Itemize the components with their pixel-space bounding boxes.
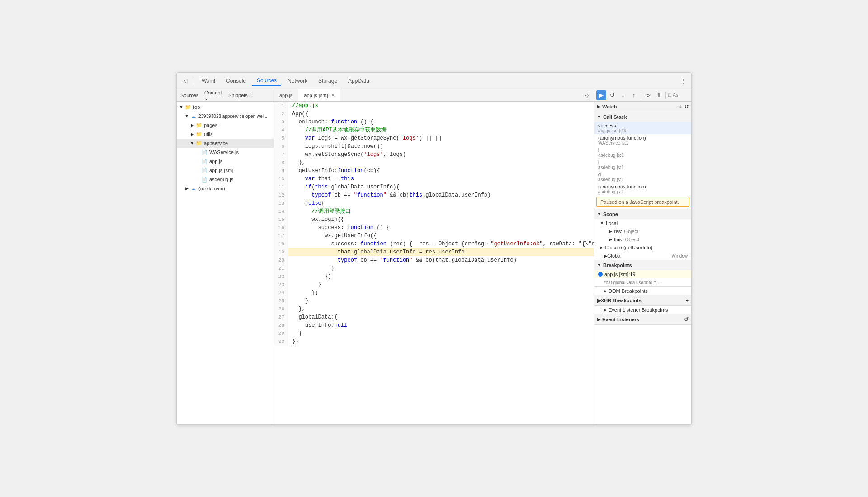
- breakpoint-item-0[interactable]: app.js [sm]:19: [594, 270, 691, 278]
- scope-label: Scope: [603, 211, 618, 217]
- tree-item-appservice[interactable]: ▼ 📁 appservice: [177, 139, 274, 148]
- xhr-breakpoints-header[interactable]: ▶ XHR Breakpoints +: [594, 295, 691, 305]
- pause-resume-btn[interactable]: ▶: [596, 90, 606, 100]
- scope-res[interactable]: ▶ res: Object: [594, 227, 691, 235]
- code-editor-area: app.js app.js [sm] ✕ {} 1//app.js2App({3…: [274, 89, 594, 424]
- async-label: ☐ As: [668, 93, 678, 98]
- tree-item-nodomain[interactable]: ▶ ☁ (no domain): [177, 184, 274, 193]
- code-line-23: 23 }: [274, 281, 594, 289]
- more-icon[interactable]: ⋮: [679, 76, 688, 85]
- watch-refresh-icon[interactable]: ↺: [684, 104, 689, 110]
- tree-item-WAService[interactable]: ▶ 📄 WAService.js: [177, 148, 274, 157]
- scope-this[interactable]: ▶ this: Object: [594, 235, 691, 244]
- tree-item-appjssm[interactable]: ▶ 📄 app.js [sm]: [177, 166, 274, 175]
- event-bp-arrow: ▶: [604, 308, 607, 312]
- call-stack-header[interactable]: ▼ Call Stack: [594, 112, 691, 122]
- line-number-1: 1: [274, 102, 288, 110]
- xhr-bp-add-icon[interactable]: +: [686, 298, 689, 303]
- line-number-12: 12: [274, 191, 288, 199]
- breakpoints-header[interactable]: ▼ Breakpoints: [594, 260, 691, 270]
- folder-icon-appservice: 📁: [196, 140, 202, 146]
- back-icon[interactable]: ◁: [180, 76, 189, 85]
- sidebar-more[interactable]: ⋮: [250, 92, 270, 98]
- arrow-pages: ▶: [189, 122, 195, 128]
- file-icon-asdebug: 📄: [201, 176, 208, 183]
- xhr-bp-arrow: ▶: [597, 298, 601, 304]
- code-line-15: 15 wx.login({: [274, 216, 594, 224]
- breakpoints-section: ▼ Breakpoints app.js [sm]:19 that.global…: [594, 260, 691, 287]
- scope-local[interactable]: ▼ Local: [594, 219, 691, 227]
- call-stack-item-5[interactable]: (anonymous function) asdebug.js:1: [594, 183, 691, 195]
- scope-global[interactable]: ▶ Global Window: [594, 252, 691, 260]
- editor-tab-appjssm[interactable]: app.js [sm] ✕: [298, 89, 340, 101]
- breakpoint-expr-0: that.globalData.userInfo = ...: [594, 278, 691, 286]
- tab-appdata[interactable]: AppData: [344, 76, 374, 86]
- tree-label-239393028: 239393028.appservice.open.wei...: [198, 114, 267, 119]
- event-listeners-section: ▶ Event Listeners ↺: [594, 314, 691, 325]
- tab-wxml[interactable]: Wxml: [197, 76, 220, 86]
- watch-label: Watch: [602, 104, 617, 109]
- step-over-btn[interactable]: ↺: [607, 90, 617, 100]
- line-content-30: }): [288, 338, 594, 346]
- event-bp-label: Event Listener Breakpoints: [609, 307, 668, 313]
- call-stack-item-0[interactable]: success app.js [sm]:19: [594, 122, 691, 134]
- breakpoint-check-0[interactable]: [598, 272, 603, 277]
- call-stack-item-4[interactable]: d asdebug.js:1: [594, 171, 691, 183]
- line-number-2: 2: [274, 110, 288, 118]
- tab-console[interactable]: Console: [222, 76, 250, 86]
- folder-icon-pages: 📁: [196, 122, 202, 128]
- scope-this-arrow: ▶: [609, 237, 612, 242]
- tab-sources[interactable]: Sources: [252, 75, 281, 86]
- tree-item-utils[interactable]: ▶ 📁 utils: [177, 130, 274, 139]
- line-content-15: wx.login({: [288, 216, 594, 224]
- line-content-26: },: [288, 305, 594, 313]
- scope-header[interactable]: ▼ Scope: [594, 209, 691, 219]
- scope-arrow: ▼: [597, 212, 601, 216]
- event-listeners-header[interactable]: ▶ Event Listeners ↺: [594, 314, 691, 324]
- line-number-13: 13: [274, 199, 288, 207]
- format-btn[interactable]: {}: [584, 92, 590, 99]
- line-content-11: if(this.globalData.userInfo){: [288, 183, 594, 191]
- watch-header[interactable]: ▶ Watch + ↺: [594, 102, 691, 112]
- line-content-14: //调用登录接口: [288, 207, 594, 216]
- tree-item-top[interactable]: ▼ 📁 top: [177, 103, 274, 112]
- event-listener-bp-header[interactable]: ▶ Event Listener Breakpoints: [594, 306, 691, 314]
- line-number-18: 18: [274, 240, 288, 248]
- call-stack-item-1[interactable]: (anonymous function) WAService.js:1: [594, 134, 691, 146]
- line-number-19: 19: [274, 248, 288, 256]
- line-content-28: userInfo:null: [288, 321, 594, 329]
- tree-item-pages[interactable]: ▶ 📁 pages: [177, 121, 274, 130]
- dom-breakpoints-header[interactable]: ▶ DOM Breakpoints: [594, 287, 691, 295]
- scope-closure[interactable]: ▶ Closure (getUserInfo): [594, 244, 691, 252]
- step-out-btn[interactable]: ↑: [629, 90, 639, 100]
- tab-storage[interactable]: Storage: [314, 76, 342, 86]
- event-listeners-refresh-icon[interactable]: ↺: [684, 316, 689, 323]
- pause-on-exceptions-btn[interactable]: ⏸: [654, 90, 664, 100]
- main-content: Sources Content ... Snippets ⋮ ▼ 📁 top ▼…: [177, 89, 691, 424]
- code-editor[interactable]: 1//app.js2App({3 onLaunch: function () {…: [274, 102, 594, 424]
- line-content-23: }: [288, 281, 594, 289]
- call-stack-item-2[interactable]: i asdebug.js:1: [594, 146, 691, 159]
- code-line-25: 25 }: [274, 297, 594, 305]
- line-content-9: getUserInfo:function(cb){: [288, 167, 594, 175]
- tab-network[interactable]: Network: [283, 76, 312, 86]
- line-number-6: 6: [274, 142, 288, 150]
- line-number-29: 29: [274, 329, 288, 338]
- sources-tab-label[interactable]: Sources: [180, 93, 201, 98]
- deactivate-breakpoints-btn[interactable]: ⤼: [643, 90, 653, 100]
- step-into-btn[interactable]: ↓: [618, 90, 628, 100]
- tree-item-239393028[interactable]: ▼ ☁ 239393028.appservice.open.wei...: [177, 112, 274, 121]
- call-stack-item-3[interactable]: i asdebug.js:1: [594, 159, 691, 171]
- snippets-tab-label[interactable]: Snippets: [228, 93, 249, 98]
- tree-item-asdebug[interactable]: ▶ 📄 asdebug.js: [177, 175, 274, 184]
- tree-label-appservice: appservice: [204, 141, 228, 146]
- tree-item-appjs[interactable]: ▶ 📄 app.js: [177, 157, 274, 166]
- code-line-27: 27 globalData:{: [274, 313, 594, 321]
- call-stack-label: Call Stack: [603, 114, 627, 120]
- watch-add-icon[interactable]: +: [679, 104, 682, 110]
- code-line-26: 26 },: [274, 305, 594, 313]
- tree-label-nodomain: (no domain): [198, 186, 225, 191]
- content-tab-label[interactable]: Content ...: [204, 90, 225, 101]
- editor-tab-close-icon[interactable]: ✕: [331, 93, 335, 98]
- editor-tab-appjs[interactable]: app.js: [274, 89, 298, 101]
